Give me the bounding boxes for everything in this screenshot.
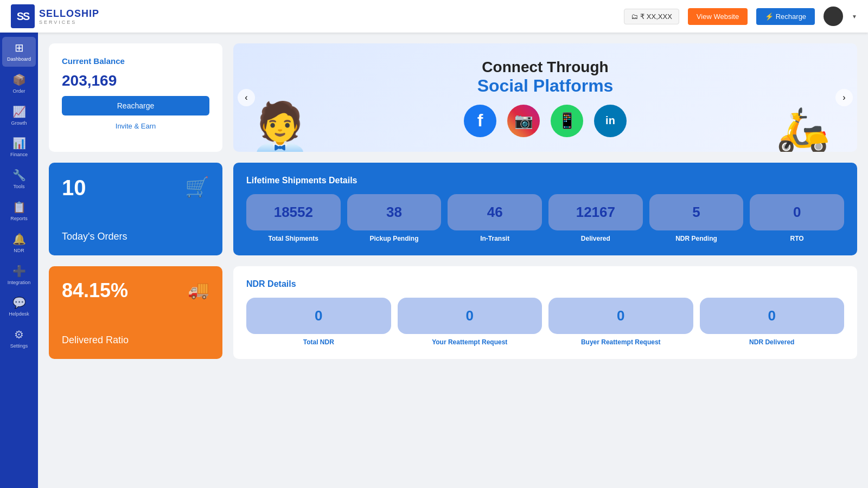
banner-connect-text: Connect Through: [464, 59, 627, 76]
helpdesk-icon: 💬: [12, 296, 26, 309]
dashboard-label: Dashboard: [7, 56, 31, 62]
stat-label-1: Pickup Pending: [369, 235, 418, 242]
delivered-card: 84.15% 🚚 Delivered Ratio: [49, 266, 222, 359]
whatsapp-icon[interactable]: 📱: [551, 105, 583, 137]
sidebar-item-ndr[interactable]: 🔔 NDR: [2, 228, 36, 258]
logo-icon: SS: [11, 4, 35, 28]
ndr-label-3: NDR Delivered: [749, 338, 794, 346]
orders-card: 10 🛒 Today's Orders: [49, 163, 222, 255]
stat-label-5: RTO: [790, 235, 804, 242]
recharge-button[interactable]: ⚡ Recharge: [756, 8, 815, 25]
finance-icon: 📊: [12, 137, 26, 150]
topnav: SS SELLOSHIP SERVICES 🗂 ₹ XX,XXX View We…: [0, 0, 868, 33]
chevron-down-icon: ▼: [852, 14, 857, 20]
shipment-stat-1: 38 Pickup Pending: [347, 194, 442, 242]
ndr-stat-3: 0 NDR Delivered: [700, 298, 845, 346]
settings-icon: ⚙: [14, 328, 24, 341]
sidebar-item-settings[interactable]: ⚙ Settings: [2, 324, 36, 354]
ndr-heading: NDR Details: [246, 279, 844, 289]
sidebar-item-tools[interactable]: 🔧 Tools: [2, 164, 36, 194]
banner-content: Connect Through Social Platforms f 📷 📱 i…: [453, 48, 637, 148]
banner-card: 🧑‍💼 🛵 Connect Through Social Platforms f…: [233, 43, 857, 152]
balance-amount: 203,169: [62, 72, 209, 89]
truck-icon: 🚚: [188, 279, 209, 300]
stat-label-4: NDR Pending: [675, 235, 717, 242]
shipments-heading: Lifetime Shipments Details: [246, 176, 844, 185]
main-layout: ⊞ Dashboard 📦 Order 📈 Growth 📊 Finance 🔧…: [0, 33, 868, 488]
ndr-bubble-0: 0: [246, 298, 391, 334]
sidebar-item-reports[interactable]: 📋 Reports: [2, 196, 36, 226]
brand-sub: SERVICES: [39, 20, 99, 25]
reports-label: Reports: [10, 216, 28, 222]
ndr-card: NDR Details 0 Total NDR 0 Your Reattempt…: [233, 266, 857, 359]
stat-bubble-5: 0: [750, 194, 844, 230]
banner-social-text: Social Platforms: [464, 76, 627, 96]
tools-icon: 🔧: [12, 169, 26, 182]
ndr-stat-0: 0 Total NDR: [246, 298, 391, 346]
order-label: Order: [12, 88, 25, 94]
stat-bubble-3: 12167: [548, 194, 643, 230]
stat-bubble-4: 5: [649, 194, 744, 230]
invite-earn-link[interactable]: Invite & Earn: [62, 122, 209, 130]
social-icons-row: f 📷 📱 in: [464, 105, 627, 137]
sidebar-item-helpdesk[interactable]: 💬 Helpdesk: [2, 292, 36, 322]
row3: 84.15% 🚚 Delivered Ratio NDR Details 0 T…: [49, 266, 857, 359]
balance-badge: 🗂 ₹ XX,XXX: [624, 9, 679, 24]
balance-title: Current Balance: [62, 56, 209, 66]
cart-icon: 🛒: [185, 176, 209, 198]
wallet-icon: 🗂: [631, 12, 638, 21]
ndr-bubble-2: 0: [548, 298, 693, 334]
shipment-stat-2: 46 In-Transit: [448, 194, 542, 242]
shipment-stat-0: 18552 Total Shipments: [246, 194, 341, 242]
ndr-bubble-1: 0: [398, 298, 542, 334]
shipment-stat-3: 12167 Delivered: [548, 194, 643, 242]
tools-label: Tools: [13, 184, 24, 190]
ndr-label-2: Buyer Reattempt Request: [581, 338, 661, 346]
avatar[interactable]: [824, 7, 843, 26]
banner-next-button[interactable]: ›: [835, 89, 853, 106]
shipment-stat-4: 5 NDR Pending: [649, 194, 744, 242]
stat-label-2: In-Transit: [480, 235, 509, 242]
shipments-card: Lifetime Shipments Details 18552 Total S…: [233, 163, 857, 255]
sidebar-item-integration[interactable]: ➕ Integration: [2, 260, 36, 290]
sidebar-item-growth[interactable]: 📈 Growth: [2, 101, 36, 131]
orders-label: Today's Orders: [62, 231, 209, 242]
ndr-icon: 🔔: [12, 233, 26, 246]
row1: Current Balance 203,169 Reacharge Invite…: [49, 43, 857, 152]
facebook-icon[interactable]: f: [464, 105, 496, 137]
delivery-person-illustration: 🧑‍💼: [250, 103, 310, 152]
orders-count: 10: [62, 176, 86, 200]
integration-icon: ➕: [12, 265, 26, 278]
instagram-icon[interactable]: 📷: [507, 105, 540, 137]
ndr-stat-1: 0 Your Reattempt Request: [398, 298, 542, 346]
shipments-stats-grid: 18552 Total Shipments 38 Pickup Pending …: [246, 194, 844, 242]
view-website-button[interactable]: View Website: [688, 8, 748, 25]
delivered-percentage: 84.15%: [62, 279, 128, 302]
finance-label: Finance: [10, 152, 28, 158]
sidebar-item-dashboard[interactable]: ⊞ Dashboard: [2, 37, 36, 67]
stat-bubble-2: 46: [448, 194, 542, 230]
ndr-label-1: Your Reattempt Request: [432, 338, 507, 346]
helpdesk-label: Helpdesk: [9, 311, 29, 317]
sidebar-item-order[interactable]: 📦 Order: [2, 69, 36, 99]
ndr-stats-grid: 0 Total NDR 0 Your Reattempt Request 0 B…: [246, 298, 844, 346]
row2: 10 🛒 Today's Orders Lifetime Shipments D…: [49, 163, 857, 255]
ndr-label: NDR: [14, 248, 24, 254]
sidebar: ⊞ Dashboard 📦 Order 📈 Growth 📊 Finance 🔧…: [0, 33, 38, 488]
reports-icon: 📋: [12, 201, 26, 214]
order-icon: 📦: [12, 73, 26, 86]
brand-name: SELLOSHIP: [39, 8, 99, 20]
recharge-card-button[interactable]: Reacharge: [62, 96, 209, 115]
sidebar-item-finance[interactable]: 📊 Finance: [2, 132, 36, 162]
delivery-scooter-illustration: 🛵: [776, 108, 830, 152]
stat-bubble-0: 18552: [246, 194, 341, 230]
growth-label: Growth: [11, 120, 27, 126]
stat-label-3: Delivered: [581, 235, 610, 242]
settings-label: Settings: [10, 343, 28, 349]
ndr-bubble-3: 0: [700, 298, 845, 334]
stat-label-0: Total Shipments: [269, 235, 318, 242]
integration-label: Integration: [8, 280, 31, 286]
logo: SS SELLOSHIP SERVICES: [11, 4, 99, 28]
content-area: Current Balance 203,169 Reacharge Invite…: [38, 33, 868, 488]
linkedin-icon[interactable]: in: [594, 105, 627, 137]
